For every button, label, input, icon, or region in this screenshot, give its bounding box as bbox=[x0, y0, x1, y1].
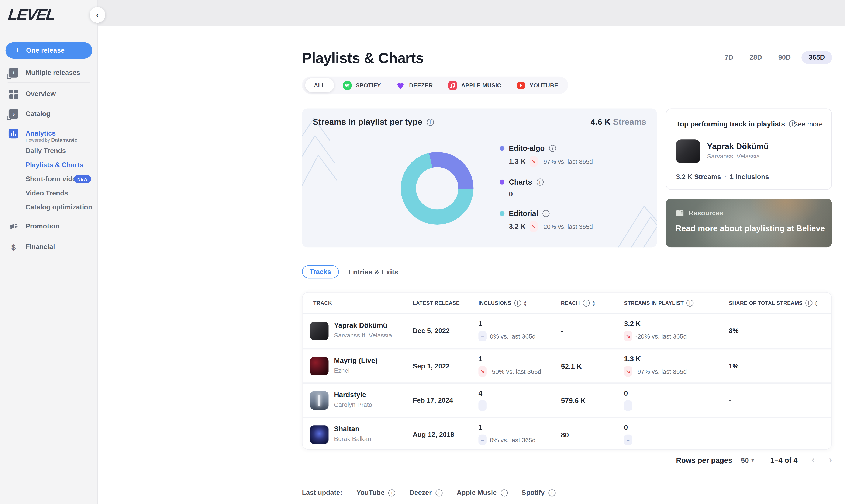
latest-release: Aug 12, 2018 bbox=[413, 431, 454, 438]
legend-dot bbox=[500, 146, 504, 151]
trend-down-icon bbox=[530, 221, 538, 232]
streams-value: 0 bbox=[624, 423, 628, 431]
platform-spotify[interactable]: SPOTIFY bbox=[335, 76, 389, 94]
info-icon[interactable]: i bbox=[514, 300, 521, 307]
sidebar-item-daily-trends[interactable]: Daily Trends bbox=[25, 147, 66, 155]
info-icon[interactable]: i bbox=[549, 145, 556, 152]
sidebar-item-catalog-optimization[interactable]: Catalog optimization bbox=[25, 203, 92, 211]
streams-per-type-card: Streams in playlist per type i 4.6 K Str… bbox=[302, 109, 657, 248]
streams-value: 1.3 K bbox=[624, 355, 641, 363]
latest-release: Dec 5, 2022 bbox=[413, 327, 450, 335]
legend-item-edito-algo: Edito-algo i 1.3 K -97% vs. last 365d bbox=[500, 144, 593, 166]
trend-down-icon bbox=[624, 331, 632, 341]
period-365d[interactable]: 365D bbox=[802, 51, 832, 64]
sidebar-item-playlists-charts[interactable]: Playlists & Charts bbox=[25, 161, 83, 169]
info-icon[interactable]: i bbox=[542, 210, 550, 217]
reach-value: 52.1 K bbox=[561, 362, 582, 371]
last-update-spotify: Spotifyi bbox=[522, 489, 556, 497]
share-value: - bbox=[729, 397, 731, 404]
info-icon[interactable]: i bbox=[388, 489, 395, 496]
track-artwork bbox=[310, 425, 329, 444]
top-performing-track-card: Top performing track in playlists i See … bbox=[666, 109, 832, 190]
inclusions-value: 4 bbox=[478, 389, 482, 397]
info-icon[interactable]: i bbox=[686, 300, 693, 307]
table-row[interactable]: Shaitan Burak Balkan Aug 12, 2018 1 0% v… bbox=[303, 417, 831, 451]
reach-value: 579.6 K bbox=[561, 397, 586, 405]
last-update-deezer: Deezeri bbox=[409, 489, 443, 497]
info-icon[interactable]: i bbox=[805, 300, 812, 307]
resources-banner[interactable]: Resources Read more about playlisting at… bbox=[666, 199, 832, 247]
see-more-link[interactable]: See more bbox=[793, 121, 823, 128]
table-row[interactable]: Mayrig (Live) Ezhel Sep 1, 2022 1 -50% v… bbox=[303, 348, 831, 382]
info-icon[interactable]: i bbox=[500, 489, 507, 496]
last-update-youtube: YouTubei bbox=[357, 489, 395, 497]
powered-by: Powered by Datamusic bbox=[25, 137, 77, 143]
page-title: Playlists & Charts bbox=[302, 50, 424, 67]
period-90d[interactable]: 90D bbox=[773, 51, 796, 64]
sort-icon[interactable]: ∧∨ bbox=[815, 300, 818, 306]
sidebar-item-overview[interactable]: Overview bbox=[0, 87, 98, 101]
table-row[interactable]: Hardstyle Carolyn Prato Feb 17, 2024 4 5… bbox=[303, 382, 831, 417]
track-stats: 3.2 K Streams · 1 Inclusions bbox=[676, 173, 769, 181]
sidebar-item-promotion[interactable]: Promotion bbox=[0, 219, 98, 233]
streams-value: 0 bbox=[624, 389, 628, 397]
catalog-icon: ♪ bbox=[8, 109, 19, 120]
legend-dot bbox=[500, 180, 504, 184]
sidebar-item-video-trends[interactable]: Video Trends bbox=[25, 190, 68, 197]
info-icon[interactable]: i bbox=[435, 489, 443, 496]
sidebar-item-multiple-releases[interactable]: + Multiple releases bbox=[0, 66, 98, 80]
rows-per-page-label: Rows per pages bbox=[676, 456, 732, 464]
legend-item-editorial: Editorial i 3.2 K -20% vs. last 365d bbox=[500, 209, 593, 232]
chart-title: Streams in playlist per type i bbox=[313, 117, 433, 127]
platform-apple-music[interactable]: APPLE MUSIC bbox=[441, 76, 509, 94]
spotify-icon bbox=[343, 80, 352, 90]
track-artwork bbox=[310, 357, 329, 376]
sidebar: LEVEL + One release + Multiple releases … bbox=[0, 0, 98, 504]
info-icon[interactable]: i bbox=[427, 119, 433, 126]
sort-icon[interactable]: ∧∨ bbox=[592, 300, 595, 306]
one-release-button[interactable]: + One release bbox=[5, 42, 92, 59]
sidebar-item-catalog[interactable]: ♪ Catalog bbox=[0, 107, 98, 121]
table-header: TRACK LATEST RELEASE INCLUSIONS i ∧∨ REA… bbox=[303, 292, 831, 314]
dollar-icon: $ bbox=[8, 241, 19, 252]
share-value: 8% bbox=[729, 327, 739, 335]
resources-eyebrow: Resources bbox=[676, 209, 723, 217]
column-header-streams-in-playlist: STREAMS IN PLAYLIST i ↓ bbox=[624, 292, 700, 314]
legend-item-charts: Charts i 0 – bbox=[500, 178, 593, 198]
track-artwork bbox=[310, 391, 329, 410]
info-icon[interactable]: i bbox=[548, 489, 555, 496]
table-row[interactable]: Yaprak Dökümü Sarvanss ft. Velassia Dec … bbox=[303, 314, 831, 348]
sidebar-item-financial[interactable]: $ Financial bbox=[0, 240, 98, 254]
track-artist: Carolyn Prato bbox=[334, 401, 372, 408]
track-title: Hardstyle bbox=[334, 391, 366, 399]
info-icon[interactable]: i bbox=[583, 300, 590, 307]
period-7d[interactable]: 7D bbox=[719, 51, 739, 64]
sort-icon[interactable]: ∧∨ bbox=[524, 300, 527, 306]
trend-flat-icon bbox=[624, 435, 632, 445]
page-range: 1–4 of 4 bbox=[770, 456, 798, 464]
tab-tracks[interactable]: Tracks bbox=[302, 265, 339, 278]
analytics-icon bbox=[8, 128, 19, 139]
platform-youtube[interactable]: YOUTUBE bbox=[509, 76, 566, 94]
column-header-reach: REACH i ∧∨ bbox=[561, 292, 595, 314]
latest-release: Feb 17, 2024 bbox=[413, 397, 453, 404]
track-artwork bbox=[310, 322, 329, 340]
platform-deezer[interactable]: DEEZER bbox=[389, 76, 441, 94]
track-title: Mayrig (Live) bbox=[334, 356, 378, 364]
tab-entries-exits[interactable]: Entries & Exits bbox=[348, 268, 398, 276]
platform-all[interactable]: ALL bbox=[305, 78, 334, 92]
deezer-icon bbox=[396, 80, 405, 90]
inclusions-value: 1 bbox=[478, 423, 482, 431]
sort-desc-icon[interactable]: ↓ bbox=[696, 299, 700, 307]
latest-release: Sep 1, 2022 bbox=[413, 362, 450, 370]
tracks-table: TRACK LATEST RELEASE INCLUSIONS i ∧∨ REA… bbox=[302, 292, 832, 450]
resources-title: Read more about playlisting at Believe bbox=[676, 223, 825, 233]
rows-per-page-select[interactable]: 50▾ bbox=[741, 456, 754, 464]
track-name: Yaprak Dökümü bbox=[707, 142, 769, 151]
next-page-button[interactable]: › bbox=[829, 454, 832, 465]
period-28d[interactable]: 28D bbox=[744, 51, 768, 64]
info-icon[interactable]: i bbox=[536, 179, 544, 186]
sidebar-collapse-button[interactable]: ‹ bbox=[90, 7, 105, 23]
share-value: - bbox=[729, 431, 731, 438]
previous-page-button[interactable]: ‹ bbox=[812, 454, 815, 465]
